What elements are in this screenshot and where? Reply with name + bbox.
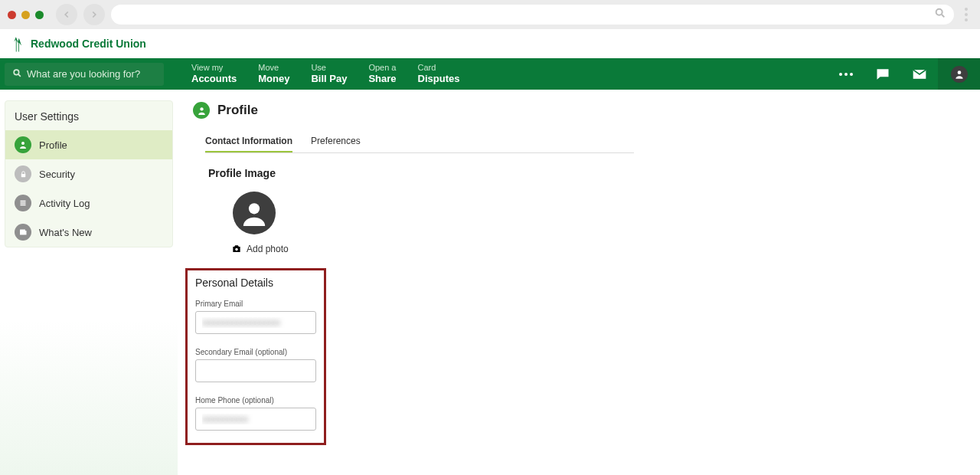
lock-icon bbox=[15, 165, 31, 182]
svg-rect-10 bbox=[20, 230, 25, 235]
svg-point-13 bbox=[249, 203, 260, 214]
sidebar-item-label: Activity Log bbox=[39, 198, 90, 209]
chat-icon bbox=[875, 67, 890, 82]
nav-top-label: View my bbox=[191, 63, 237, 73]
nav-bot-label: Accounts bbox=[191, 73, 237, 85]
browser-menu-button[interactable] bbox=[960, 8, 972, 21]
svg-point-4 bbox=[957, 70, 961, 74]
svg-line-3 bbox=[18, 74, 21, 77]
home-phone-label: Home Phone (optional) bbox=[195, 396, 316, 405]
news-icon bbox=[15, 224, 31, 241]
svg-rect-6 bbox=[21, 174, 25, 177]
tabs: Contact Information Preferences bbox=[205, 131, 634, 153]
list-icon bbox=[15, 195, 31, 211]
main-nav: What are you looking for? View my Accoun… bbox=[0, 58, 980, 90]
svg-point-0 bbox=[936, 9, 942, 15]
person-icon bbox=[193, 102, 210, 119]
profile-avatar bbox=[233, 192, 276, 234]
nav-top-label: Use bbox=[311, 63, 347, 73]
personal-details-heading: Personal Details bbox=[195, 277, 316, 289]
browser-chrome bbox=[0, 0, 980, 29]
search-icon bbox=[934, 7, 946, 22]
avatar-icon bbox=[951, 66, 968, 83]
redwood-logo-icon bbox=[11, 34, 26, 53]
window-minimize-button[interactable] bbox=[21, 11, 30, 19]
brand-name: Redwood Credit Union bbox=[31, 38, 146, 50]
personal-details-box: Personal Details Primary Email Secondary… bbox=[185, 268, 326, 445]
nav-money[interactable]: Move Money bbox=[258, 63, 289, 85]
svg-line-1 bbox=[942, 15, 944, 17]
svg-point-12 bbox=[200, 107, 203, 110]
nav-top-label: Move bbox=[258, 63, 289, 73]
nav-disputes[interactable]: Card Disputes bbox=[418, 63, 460, 85]
tab-contact-information[interactable]: Contact Information bbox=[205, 131, 292, 152]
person-icon bbox=[241, 200, 267, 226]
mail-icon bbox=[912, 67, 927, 82]
camera-icon bbox=[231, 244, 242, 254]
secondary-email-label: Secondary Email (optional) bbox=[195, 348, 316, 356]
primary-email-field[interactable] bbox=[195, 311, 316, 334]
sidebar-item-label: Profile bbox=[39, 139, 67, 151]
nav-bot-label: Money bbox=[258, 73, 289, 85]
messages-button[interactable] bbox=[901, 67, 938, 82]
window-close-button[interactable] bbox=[8, 11, 16, 19]
nav-bot-label: Disputes bbox=[418, 73, 460, 85]
svg-point-2 bbox=[14, 70, 19, 75]
search-icon bbox=[12, 68, 22, 80]
site-search[interactable]: What are you looking for? bbox=[5, 63, 164, 86]
more-menu-button[interactable] bbox=[828, 73, 864, 76]
profile-image-heading: Profile Image bbox=[208, 167, 980, 179]
account-menu-button[interactable] bbox=[938, 58, 980, 90]
secondary-email-field[interactable] bbox=[195, 359, 316, 382]
sidebar-item-label: What's New bbox=[39, 227, 92, 238]
address-bar[interactable] bbox=[111, 5, 954, 25]
add-photo-label: Add photo bbox=[247, 244, 289, 254]
sidebar: User Settings Profile Security Activity … bbox=[5, 100, 173, 247]
browser-forward-button[interactable] bbox=[83, 4, 105, 25]
nav-share[interactable]: Open a Share bbox=[368, 63, 396, 85]
brand-bar: Redwood Credit Union bbox=[0, 29, 980, 58]
person-icon bbox=[15, 136, 31, 153]
nav-bot-label: Bill Pay bbox=[311, 73, 347, 85]
chat-button[interactable] bbox=[864, 67, 901, 82]
window-maximize-button[interactable] bbox=[35, 11, 44, 19]
sidebar-item-security[interactable]: Security bbox=[5, 159, 172, 188]
sidebar-title: User Settings bbox=[5, 101, 172, 130]
sidebar-item-profile[interactable]: Profile bbox=[5, 130, 172, 159]
sidebar-item-activity-log[interactable]: Activity Log bbox=[5, 188, 172, 218]
sidebar-item-whats-new[interactable]: What's New bbox=[5, 218, 172, 247]
browser-back-button[interactable] bbox=[56, 4, 77, 25]
svg-point-5 bbox=[21, 142, 24, 145]
home-phone-field[interactable] bbox=[195, 408, 316, 431]
nav-billpay[interactable]: Use Bill Pay bbox=[311, 63, 347, 85]
tab-preferences[interactable]: Preferences bbox=[311, 131, 361, 152]
page-title: Profile bbox=[217, 103, 258, 118]
nav-bot-label: Share bbox=[368, 73, 396, 85]
nav-accounts[interactable]: View my Accounts bbox=[191, 63, 237, 85]
dots-horizontal-icon bbox=[839, 73, 853, 76]
svg-point-14 bbox=[235, 248, 238, 251]
window-controls bbox=[8, 11, 44, 19]
svg-rect-11 bbox=[25, 231, 27, 235]
sidebar-item-label: Security bbox=[39, 169, 75, 180]
add-photo-button[interactable]: Add photo bbox=[231, 244, 980, 254]
primary-email-label: Primary Email bbox=[195, 300, 316, 308]
search-placeholder-text: What are you looking for? bbox=[27, 68, 140, 80]
main-content: Profile Contact Information Preferences … bbox=[178, 90, 980, 475]
nav-top-label: Open a bbox=[368, 63, 396, 73]
nav-top-label: Card bbox=[418, 63, 460, 73]
